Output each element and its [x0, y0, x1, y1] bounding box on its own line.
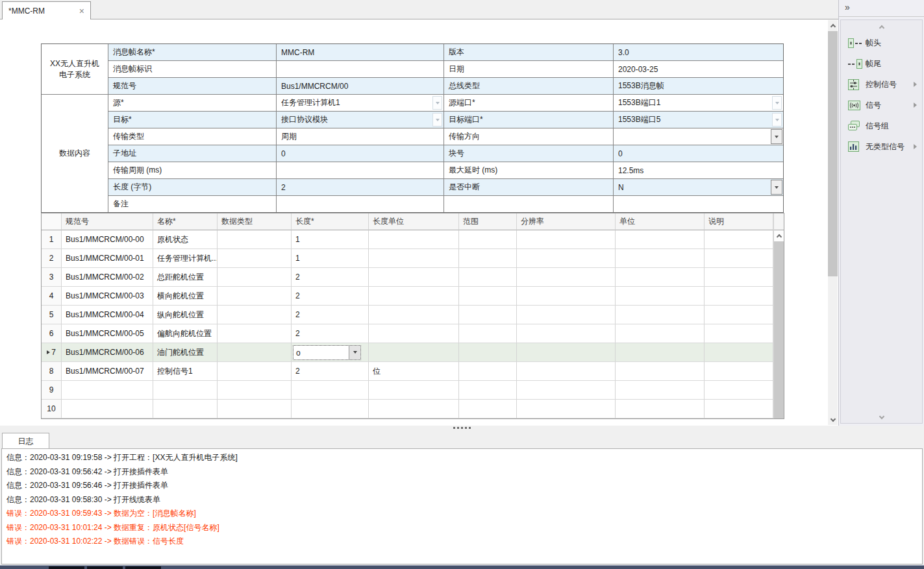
sidebar-item-untyped-signal[interactable]: 无类型信号: [841, 136, 922, 157]
table-cell[interactable]: [292, 400, 369, 418]
table-row[interactable]: 5Bus1/MMCRCM/00-04纵向舵机位置2: [42, 306, 773, 324]
scroll-up-icon[interactable]: [828, 20, 838, 30]
table-cell[interactable]: [369, 400, 459, 418]
scroll-down-icon[interactable]: [841, 415, 922, 420]
main-scrollbar-thumb[interactable]: [828, 31, 838, 276]
table-cell[interactable]: [459, 362, 517, 381]
table-cell[interactable]: [459, 287, 517, 306]
scroll-up-icon[interactable]: [841, 20, 922, 32]
table-cell[interactable]: 2: [292, 362, 369, 381]
chevron-down-icon[interactable]: [772, 113, 782, 127]
close-icon[interactable]: ×: [79, 6, 84, 16]
table-cell[interactable]: 偏航向舵机位置: [153, 324, 218, 343]
table-cell[interactable]: [517, 324, 616, 343]
table-cell[interactable]: [705, 268, 773, 287]
cell-editor[interactable]: o: [293, 345, 361, 360]
table-cell[interactable]: [616, 324, 705, 343]
sidebar-item-signal[interactable]: 信号: [841, 95, 922, 115]
table-cell[interactable]: Bus1/MMCRCM/00-00: [62, 230, 153, 249]
table-cell[interactable]: [517, 381, 616, 400]
table-cell[interactable]: [459, 381, 517, 400]
table-cell[interactable]: [705, 343, 773, 362]
form-field-value[interactable]: [277, 162, 443, 178]
sidebar-item-frame-tail[interactable]: 帧尾: [841, 53, 922, 74]
form-field-value[interactable]: 12.5ms: [614, 162, 783, 178]
table-cell[interactable]: Bus1/MMCRCM/00-06: [62, 343, 153, 362]
table-cell[interactable]: [517, 287, 616, 306]
form-field-value[interactable]: 接口协议模块: [277, 112, 443, 128]
table-cell[interactable]: [218, 249, 292, 268]
table-cell[interactable]: [459, 249, 517, 268]
chevron-down-icon[interactable]: [432, 113, 442, 127]
table-cell[interactable]: [616, 249, 705, 268]
table-cell[interactable]: [218, 268, 292, 287]
table-cell[interactable]: [517, 268, 616, 287]
table-cell[interactable]: 原机状态: [153, 230, 218, 249]
table-cell[interactable]: [616, 230, 705, 249]
table-cell[interactable]: [218, 381, 292, 400]
table-cell[interactable]: [705, 362, 773, 381]
table-cell[interactable]: 1: [292, 249, 369, 268]
table-cell[interactable]: 纵向舵机位置: [153, 306, 218, 324]
table-cell[interactable]: [218, 362, 292, 381]
form-field-value[interactable]: 0: [614, 145, 783, 162]
table-cell[interactable]: 2: [292, 287, 369, 306]
table-cell[interactable]: [369, 230, 459, 249]
chevron-down-icon[interactable]: [771, 129, 782, 144]
table-cell[interactable]: 2: [292, 324, 369, 343]
form-field-value[interactable]: 1553B端口1: [614, 95, 783, 111]
scroll-up-icon[interactable]: [774, 230, 784, 241]
table-cell[interactable]: 控制信号1: [153, 362, 218, 381]
form-field-value[interactable]: [614, 196, 783, 212]
table-vertical-scrollbar[interactable]: [773, 213, 784, 418]
table-cell[interactable]: [517, 249, 616, 268]
tab-log[interactable]: 日志: [2, 433, 49, 449]
table-cell[interactable]: [62, 400, 153, 418]
table-cell[interactable]: [369, 381, 459, 400]
form-field-value[interactable]: N: [614, 179, 783, 195]
table-cell[interactable]: Bus1/MMCRCM/00-04: [62, 306, 153, 324]
table-cell[interactable]: [153, 381, 218, 400]
expand-right-icon[interactable]: [914, 144, 917, 149]
table-cell[interactable]: [153, 400, 218, 418]
table-row[interactable]: 6Bus1/MMCRCM/00-05偏航向舵机位置2: [42, 324, 773, 343]
form-field-value[interactable]: 1553B端口5: [614, 112, 783, 128]
chevron-down-icon[interactable]: [432, 96, 442, 110]
expand-right-icon[interactable]: [914, 103, 917, 108]
table-cell[interactable]: Bus1/MMCRCM/00-02: [62, 268, 153, 287]
table-row[interactable]: 3Bus1/MMCRCM/00-02总距舵机位置2: [42, 268, 773, 287]
chevron-down-icon[interactable]: [771, 180, 782, 195]
table-cell[interactable]: [369, 324, 459, 343]
table-scrollbar-thumb[interactable]: [774, 241, 784, 418]
table-cell[interactable]: [62, 381, 153, 400]
table-cell[interactable]: [459, 230, 517, 249]
form-field-value[interactable]: 2020-03-25: [614, 61, 783, 77]
table-cell[interactable]: Bus1/MMCRCM/00-05: [62, 324, 153, 343]
table-row[interactable]: 8Bus1/MMCRCM/00-07控制信号12位: [42, 362, 773, 381]
sidebar-item-control-signal[interactable]: 控制信号: [841, 74, 922, 95]
table-cell[interactable]: [705, 400, 773, 418]
form-field-value[interactable]: MMC-RM: [277, 44, 443, 60]
main-vertical-scrollbar[interactable]: [828, 20, 838, 425]
form-field-value[interactable]: 2: [277, 179, 443, 195]
collapse-sidebar-icon[interactable]: »: [845, 2, 850, 12]
table-cell[interactable]: [705, 306, 773, 324]
table-cell[interactable]: [705, 324, 773, 343]
table-cell[interactable]: [616, 306, 705, 324]
table-cell[interactable]: 位: [369, 362, 459, 381]
table-cell[interactable]: [517, 400, 616, 418]
table-cell[interactable]: [517, 343, 616, 362]
table-cell[interactable]: [369, 249, 459, 268]
table-cell[interactable]: [459, 306, 517, 324]
table-cell[interactable]: [616, 400, 705, 418]
table-cell[interactable]: [218, 287, 292, 306]
table-cell[interactable]: [517, 306, 616, 324]
table-cell[interactable]: [616, 268, 705, 287]
form-field-value[interactable]: 周期: [277, 128, 443, 145]
form-field-value[interactable]: Bus1/MMCRCM/00: [277, 78, 443, 94]
table-cell[interactable]: [705, 381, 773, 400]
form-field-value[interactable]: [277, 196, 443, 212]
form-field-value[interactable]: 任务管理计算机1: [277, 95, 443, 111]
table-cell[interactable]: [705, 287, 773, 306]
table-cell[interactable]: 油门舵机位置: [153, 343, 218, 362]
